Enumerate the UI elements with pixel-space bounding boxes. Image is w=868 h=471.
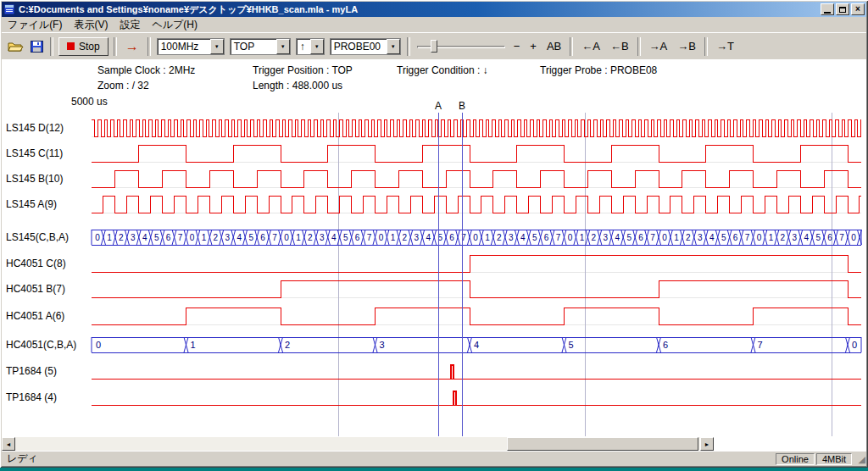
time-origin-label: 5000 us bbox=[71, 96, 108, 108]
floppy-icon bbox=[31, 41, 43, 53]
sample-clock-info: Sample Clock : 2MHz bbox=[97, 64, 195, 76]
sample-clock-value: 100MHz bbox=[158, 39, 210, 54]
length-info: Length : 488.000 us bbox=[253, 80, 342, 91]
trigger-position-value: TOP bbox=[231, 39, 276, 54]
trigger-probe-select[interactable]: PROBE00 ▼ bbox=[330, 38, 401, 55]
menu-settings[interactable]: 設定 bbox=[114, 16, 146, 34]
scroll-left-icon[interactable]: ◄ bbox=[2, 437, 15, 451]
menubar: ファイル(F) 表示(V) 設定 ヘルプ(H) bbox=[2, 17, 866, 32]
zoom-out-button[interactable]: − bbox=[509, 38, 526, 54]
menu-file[interactable]: ファイル(F) bbox=[2, 16, 68, 34]
goto-cursor-b-button[interactable]: ←B bbox=[605, 38, 634, 54]
toolbar-separator bbox=[570, 37, 573, 56]
channel-label: TP1684 (4) bbox=[6, 391, 57, 403]
ab-cursors-button[interactable]: AB bbox=[542, 38, 566, 54]
scrollbar-thumb[interactable] bbox=[507, 437, 698, 451]
trigger-condition-info: Trigger Condition : ↓ bbox=[397, 64, 488, 76]
toolbar-separator bbox=[407, 37, 410, 56]
resize-grip-icon[interactable]: ◢ bbox=[854, 453, 865, 465]
set-cursor-a-button[interactable]: →A bbox=[644, 38, 673, 54]
toolbar-separator bbox=[637, 37, 641, 56]
channel-label: HC4051 A(6) bbox=[6, 310, 64, 322]
horizontal-scrollbar[interactable]: ◄ ► bbox=[2, 437, 714, 451]
channel-label: LS145 C(11) bbox=[6, 147, 63, 159]
chevron-down-icon[interactable]: ▼ bbox=[210, 39, 224, 54]
scrollbar-track[interactable] bbox=[15, 437, 700, 451]
folder-open-icon bbox=[8, 41, 24, 53]
scroll-right-icon[interactable]: ► bbox=[700, 437, 714, 451]
open-button[interactable] bbox=[5, 36, 26, 57]
sample-clock-select[interactable]: 100MHz ▼ bbox=[157, 38, 225, 55]
menu-help[interactable]: ヘルプ(H) bbox=[146, 16, 203, 34]
channel-label: HC4051(C,B,A) bbox=[6, 339, 76, 351]
close-button[interactable]: × bbox=[851, 3, 865, 15]
status-memory: 4MBit bbox=[816, 453, 852, 465]
toolbar-separator bbox=[114, 37, 117, 56]
app-icon bbox=[3, 3, 15, 15]
goto-cursor-a-button[interactable]: ←A bbox=[576, 38, 605, 54]
status-text: レディ bbox=[2, 452, 776, 466]
toolbar-separator bbox=[147, 37, 151, 56]
maximize-button[interactable] bbox=[836, 3, 849, 15]
toolbar-separator bbox=[704, 37, 708, 56]
channel-label: LS145 A(9) bbox=[6, 198, 57, 210]
channel-label: LS145 B(10) bbox=[6, 173, 63, 185]
statusbar: レディ Online 4MBit ◢ bbox=[2, 451, 866, 466]
toolbar: Stop → 100MHz ▼ TOP ▼ ↑ ▼ PROBE00 ▼ − + … bbox=[2, 32, 866, 59]
chevron-down-icon[interactable]: ▼ bbox=[387, 39, 400, 54]
zoom-in-button[interactable]: + bbox=[525, 38, 542, 54]
titlebar[interactable]: C:¥Documents and Settings¥noname¥デスクトップ¥… bbox=[2, 2, 866, 17]
goto-trigger-button[interactable]: →T bbox=[711, 38, 739, 54]
trigger-probe-value: PROBE00 bbox=[331, 39, 387, 54]
stop-button[interactable]: Stop bbox=[58, 37, 108, 56]
run-button[interactable]: → bbox=[120, 39, 144, 54]
stop-label: Stop bbox=[79, 41, 100, 53]
trigger-probe-info: Trigger Probe : PROBE08 bbox=[540, 64, 657, 76]
channel-label: HC4051 C(8) bbox=[6, 258, 66, 269]
slider-thumb[interactable] bbox=[431, 40, 437, 53]
minimize-button[interactable] bbox=[821, 3, 834, 15]
zoom-slider[interactable] bbox=[415, 37, 507, 56]
app-window: C:¥Documents and Settings¥noname¥デスクトップ¥… bbox=[0, 0, 868, 468]
channel-label: LS145 D(12) bbox=[6, 122, 64, 134]
channel-label: LS145(C,B,A) bbox=[6, 231, 69, 243]
channel-label: HC4051 B(7) bbox=[6, 283, 65, 295]
chevron-down-icon[interactable]: ▼ bbox=[310, 39, 324, 54]
toolbar-separator bbox=[50, 37, 53, 56]
chevron-down-icon[interactable]: ▼ bbox=[276, 39, 290, 54]
status-online: Online bbox=[776, 453, 815, 465]
stop-icon bbox=[67, 42, 75, 50]
zoom-info: Zoom : / 32 bbox=[97, 80, 149, 91]
trigger-edge-select[interactable]: ↑ ▼ bbox=[296, 38, 325, 55]
save-button[interactable] bbox=[26, 36, 47, 57]
trigger-position-info: Trigger Position : TOP bbox=[253, 64, 353, 76]
waveform-area[interactable] bbox=[2, 59, 866, 451]
menu-view[interactable]: 表示(V) bbox=[68, 16, 114, 34]
set-cursor-b-button[interactable]: →B bbox=[672, 38, 701, 54]
trigger-edge-value: ↑ bbox=[297, 39, 310, 54]
channel-label: TP1684 (5) bbox=[6, 365, 57, 377]
trigger-position-select[interactable]: TOP ▼ bbox=[230, 38, 291, 55]
window-title: C:¥Documents and Settings¥noname¥デスクトップ¥… bbox=[19, 3, 819, 16]
